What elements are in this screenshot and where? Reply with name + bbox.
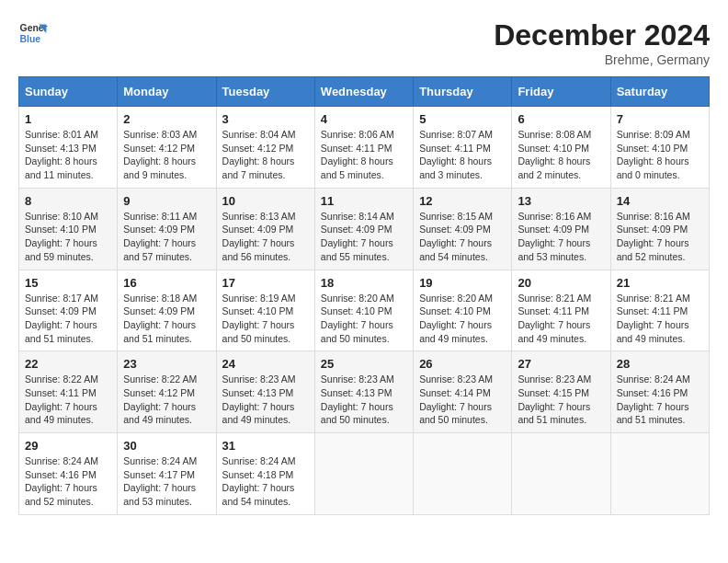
day-number: 14 (617, 194, 703, 208)
day-cell: 15Sunrise: 8:17 AMSunset: 4:09 PMDayligh… (19, 270, 118, 351)
column-header-friday: Friday (512, 77, 610, 107)
day-info: Sunrise: 8:23 AMSunset: 4:15 PMDaylight:… (518, 373, 604, 427)
day-info: Sunrise: 8:01 AMSunset: 4:13 PMDaylight:… (25, 128, 111, 182)
day-cell: 1Sunrise: 8:01 AMSunset: 4:13 PMDaylight… (19, 107, 118, 189)
day-number: 28 (617, 357, 703, 371)
day-info: Sunrise: 8:03 AMSunset: 4:12 PMDaylight:… (123, 128, 210, 182)
subtitle: Brehme, Germany (494, 52, 710, 67)
day-info: Sunrise: 8:16 AMSunset: 4:09 PMDaylight:… (617, 210, 703, 264)
day-cell: 5Sunrise: 8:07 AMSunset: 4:11 PMDaylight… (414, 107, 512, 189)
day-number: 29 (25, 439, 111, 453)
day-cell: 13Sunrise: 8:16 AMSunset: 4:09 PMDayligh… (512, 188, 610, 270)
day-info: Sunrise: 8:24 AMSunset: 4:17 PMDaylight:… (123, 454, 210, 509)
day-number: 26 (419, 357, 506, 371)
day-cell: 30Sunrise: 8:24 AMSunset: 4:17 PMDayligh… (118, 433, 216, 515)
day-number: 31 (222, 439, 309, 453)
column-header-tuesday: Tuesday (216, 77, 314, 107)
day-number: 17 (222, 276, 309, 290)
day-info: Sunrise: 8:24 AMSunset: 4:18 PMDaylight:… (222, 454, 309, 509)
column-header-wednesday: Wednesday (314, 77, 413, 107)
day-cell: 17Sunrise: 8:19 AMSunset: 4:10 PMDayligh… (216, 270, 314, 351)
day-info: Sunrise: 8:24 AMSunset: 4:16 PMDaylight:… (25, 454, 111, 509)
page-header: General Blue December 2024 Brehme, Germa… (18, 18, 710, 67)
day-info: Sunrise: 8:21 AMSunset: 4:11 PMDaylight:… (617, 292, 703, 346)
day-cell: 27Sunrise: 8:23 AMSunset: 4:15 PMDayligh… (512, 351, 610, 433)
day-info: Sunrise: 8:22 AMSunset: 4:11 PMDaylight:… (25, 373, 111, 427)
day-number: 15 (25, 276, 111, 290)
day-number: 3 (222, 112, 309, 126)
day-cell: 29Sunrise: 8:24 AMSunset: 4:16 PMDayligh… (19, 433, 118, 515)
svg-text:Blue: Blue (20, 34, 41, 44)
day-info: Sunrise: 8:06 AMSunset: 4:11 PMDaylight:… (321, 128, 407, 182)
day-cell: 16Sunrise: 8:18 AMSunset: 4:09 PMDayligh… (118, 270, 216, 351)
day-number: 11 (321, 194, 407, 208)
day-cell: 22Sunrise: 8:22 AMSunset: 4:11 PMDayligh… (19, 351, 118, 433)
day-info: Sunrise: 8:15 AMSunset: 4:09 PMDaylight:… (419, 210, 506, 264)
title-block: December 2024 Brehme, Germany (494, 18, 710, 67)
day-cell: 18Sunrise: 8:20 AMSunset: 4:10 PMDayligh… (314, 270, 413, 351)
day-info: Sunrise: 8:08 AMSunset: 4:10 PMDaylight:… (518, 128, 604, 182)
day-info: Sunrise: 8:20 AMSunset: 4:10 PMDaylight:… (321, 292, 407, 346)
day-number: 27 (518, 357, 604, 371)
day-number: 30 (123, 439, 210, 453)
day-cell: 10Sunrise: 8:13 AMSunset: 4:09 PMDayligh… (216, 188, 314, 270)
day-info: Sunrise: 8:16 AMSunset: 4:09 PMDaylight:… (518, 210, 604, 264)
column-header-saturday: Saturday (610, 77, 709, 107)
day-cell: 25Sunrise: 8:23 AMSunset: 4:13 PMDayligh… (314, 351, 413, 433)
day-info: Sunrise: 8:14 AMSunset: 4:09 PMDaylight:… (321, 210, 407, 264)
day-number: 25 (321, 357, 407, 371)
day-cell (610, 433, 709, 515)
day-number: 19 (419, 276, 506, 290)
day-cell: 26Sunrise: 8:23 AMSunset: 4:14 PMDayligh… (414, 351, 512, 433)
day-info: Sunrise: 8:23 AMSunset: 4:13 PMDaylight:… (321, 373, 407, 427)
column-headers: SundayMondayTuesdayWednesdayThursdayFrid… (19, 77, 710, 107)
day-number: 10 (222, 194, 309, 208)
day-number: 1 (25, 112, 111, 126)
day-cell (414, 433, 512, 515)
day-cell: 21Sunrise: 8:21 AMSunset: 4:11 PMDayligh… (610, 270, 709, 351)
day-number: 9 (123, 194, 210, 208)
day-info: Sunrise: 8:11 AMSunset: 4:09 PMDaylight:… (123, 210, 210, 264)
day-number: 13 (518, 194, 604, 208)
day-cell: 12Sunrise: 8:15 AMSunset: 4:09 PMDayligh… (414, 188, 512, 270)
day-cell: 28Sunrise: 8:24 AMSunset: 4:16 PMDayligh… (610, 351, 709, 433)
day-number: 21 (617, 276, 703, 290)
column-header-monday: Monday (118, 77, 216, 107)
logo-icon: General Blue (18, 18, 48, 48)
day-number: 5 (419, 112, 506, 126)
logo: General Blue (18, 18, 48, 48)
day-cell: 31Sunrise: 8:24 AMSunset: 4:18 PMDayligh… (216, 433, 314, 515)
day-cell (314, 433, 413, 515)
week-row-1: 1Sunrise: 8:01 AMSunset: 4:13 PMDaylight… (19, 107, 710, 189)
day-number: 18 (321, 276, 407, 290)
day-info: Sunrise: 8:20 AMSunset: 4:10 PMDaylight:… (419, 292, 506, 346)
day-info: Sunrise: 8:22 AMSunset: 4:12 PMDaylight:… (123, 373, 210, 427)
day-number: 24 (222, 357, 309, 371)
day-number: 4 (321, 112, 407, 126)
week-row-3: 15Sunrise: 8:17 AMSunset: 4:09 PMDayligh… (19, 270, 710, 351)
day-number: 23 (123, 357, 210, 371)
day-info: Sunrise: 8:10 AMSunset: 4:10 PMDaylight:… (25, 210, 111, 264)
day-info: Sunrise: 8:21 AMSunset: 4:11 PMDaylight:… (518, 292, 604, 346)
week-row-4: 22Sunrise: 8:22 AMSunset: 4:11 PMDayligh… (19, 351, 710, 433)
day-info: Sunrise: 8:24 AMSunset: 4:16 PMDaylight:… (617, 373, 703, 427)
day-info: Sunrise: 8:13 AMSunset: 4:09 PMDaylight:… (222, 210, 309, 264)
day-number: 22 (25, 357, 111, 371)
day-info: Sunrise: 8:19 AMSunset: 4:10 PMDaylight:… (222, 292, 309, 346)
day-info: Sunrise: 8:17 AMSunset: 4:09 PMDaylight:… (25, 292, 111, 346)
day-cell: 19Sunrise: 8:20 AMSunset: 4:10 PMDayligh… (414, 270, 512, 351)
day-number: 6 (518, 112, 604, 126)
day-cell: 14Sunrise: 8:16 AMSunset: 4:09 PMDayligh… (610, 188, 709, 270)
day-cell: 9Sunrise: 8:11 AMSunset: 4:09 PMDaylight… (118, 188, 216, 270)
day-number: 8 (25, 194, 111, 208)
week-row-5: 29Sunrise: 8:24 AMSunset: 4:16 PMDayligh… (19, 433, 710, 515)
week-row-2: 8Sunrise: 8:10 AMSunset: 4:10 PMDaylight… (19, 188, 710, 270)
day-info: Sunrise: 8:18 AMSunset: 4:09 PMDaylight:… (123, 292, 210, 346)
day-number: 12 (419, 194, 506, 208)
day-cell: 24Sunrise: 8:23 AMSunset: 4:13 PMDayligh… (216, 351, 314, 433)
calendar-body: 1Sunrise: 8:01 AMSunset: 4:13 PMDaylight… (19, 107, 710, 515)
day-number: 20 (518, 276, 604, 290)
column-header-thursday: Thursday (414, 77, 512, 107)
day-info: Sunrise: 8:04 AMSunset: 4:12 PMDaylight:… (222, 128, 309, 182)
day-info: Sunrise: 8:23 AMSunset: 4:13 PMDaylight:… (222, 373, 309, 427)
